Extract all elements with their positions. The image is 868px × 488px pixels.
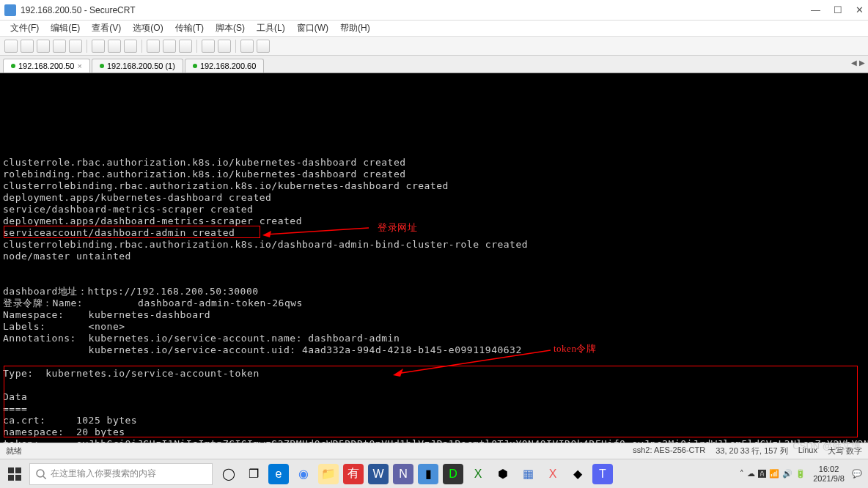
tray-volume-icon[interactable]: 🔊 bbox=[782, 469, 792, 478]
terminal-line: kubernetes.io/service-account.uid: 4aad3… bbox=[3, 344, 865, 356]
toolbar-button[interactable] bbox=[37, 40, 50, 53]
youdao-icon[interactable]: 有 bbox=[343, 464, 364, 484]
svg-rect-4 bbox=[8, 467, 14, 473]
svg-rect-5 bbox=[15, 467, 21, 473]
annotation-label: token令牌 bbox=[553, 343, 596, 355]
word-icon[interactable]: W bbox=[368, 464, 389, 484]
tab-scroll-arrows[interactable]: ◀ ▶ bbox=[851, 59, 865, 67]
toolbar-button[interactable] bbox=[4, 40, 18, 53]
toolbar-button[interactable] bbox=[92, 40, 105, 53]
menu-options[interactable]: 选项(O) bbox=[128, 21, 167, 36]
system-tray[interactable]: ˄ ☁ 🅰 📶 🔊 🔋 16:02 2021/9/8 💬 bbox=[734, 465, 868, 484]
terminal-line bbox=[3, 262, 865, 274]
minimize-button[interactable]: — bbox=[811, 4, 820, 15]
close-button[interactable]: ✕ bbox=[856, 4, 864, 15]
separator bbox=[87, 40, 87, 53]
terminal-line: rolebinding.rbac.authorization.k8s.io/ku… bbox=[3, 169, 865, 180]
xshell-icon[interactable]: X bbox=[542, 464, 563, 484]
tray-chevron-icon[interactable]: ˄ bbox=[740, 469, 744, 478]
tab-label: 192.168.200.50 bbox=[18, 62, 74, 70]
toolbar-button[interactable] bbox=[163, 40, 176, 53]
windows-taskbar: 在这里输入你要搜索的内容 ◯ ❐ e ◉ 📁 有 W N ▮ D X ⬢ ▦ X… bbox=[0, 459, 868, 488]
tray-battery-icon[interactable]: 🔋 bbox=[795, 469, 806, 478]
terminal-line: ca.crt: 1025 bytes bbox=[3, 415, 865, 426]
status-dot-icon bbox=[100, 64, 104, 68]
search-box[interactable]: 在这里输入你要搜索的内容 bbox=[29, 463, 213, 485]
svg-rect-6 bbox=[8, 475, 14, 481]
app-icon[interactable]: ◆ bbox=[567, 464, 588, 484]
toolbar-button[interactable] bbox=[124, 40, 137, 53]
dev-icon[interactable]: D bbox=[443, 464, 463, 484]
toolbar-button[interactable] bbox=[69, 40, 82, 53]
toolbar-button[interactable] bbox=[53, 40, 66, 53]
session-tab[interactable]: 192.168.200.50 (1) bbox=[92, 59, 183, 73]
tab-close-icon[interactable]: × bbox=[77, 62, 81, 70]
toolbar-button[interactable] bbox=[218, 40, 231, 53]
terminal-line: ==== bbox=[3, 403, 865, 415]
tray-clock[interactable]: 16:02 2021/9/8 bbox=[813, 465, 845, 484]
toolbar-button[interactable] bbox=[202, 40, 215, 53]
toolbar-button[interactable] bbox=[147, 40, 160, 53]
terminal-output[interactable]: 登录网址 token令牌 clusterrole.rbac.authorizat… bbox=[0, 73, 868, 469]
excel-icon[interactable]: X bbox=[468, 464, 488, 484]
session-tab[interactable]: 192.168.200.60 bbox=[185, 59, 264, 73]
separator bbox=[196, 40, 197, 53]
menu-tools[interactable]: 工具(L) bbox=[252, 21, 290, 36]
status-dot-icon bbox=[193, 64, 197, 68]
annotation-label: 登录网址 bbox=[378, 222, 417, 234]
toolbar bbox=[0, 37, 868, 56]
taskbar-apps: ◯ ❐ e ◉ 📁 有 W N ▮ D X ⬢ ▦ X ◆ T bbox=[218, 464, 734, 484]
app-icon[interactable]: ⬢ bbox=[493, 464, 513, 484]
menu-help[interactable]: 帮助(H) bbox=[336, 21, 375, 36]
edge-icon[interactable]: e bbox=[268, 464, 289, 484]
status-position: 33, 20 33 行, 157 列 bbox=[716, 446, 787, 456]
app-icon bbox=[4, 4, 16, 16]
toolbar-button[interactable] bbox=[108, 40, 121, 53]
explorer-icon[interactable]: 📁 bbox=[318, 464, 339, 484]
terminal-line: Annotations: kubernetes.io/service-accou… bbox=[3, 333, 865, 344]
terminal-line bbox=[3, 356, 865, 368]
svg-point-8 bbox=[37, 470, 44, 477]
window-title: 192.168.200.50 - SecureCRT bbox=[21, 5, 811, 15]
toolbar-button[interactable] bbox=[21, 40, 34, 53]
terminal-line: clusterrolebinding.rbac.authorization.k8… bbox=[3, 180, 865, 192]
maximize-button[interactable]: ☐ bbox=[834, 4, 842, 15]
svg-rect-7 bbox=[15, 475, 21, 481]
menu-file[interactable]: 文件(F) bbox=[6, 21, 43, 36]
toolbar-button[interactable] bbox=[179, 40, 192, 53]
terminal-line bbox=[3, 380, 865, 391]
menu-script[interactable]: 脚本(S) bbox=[211, 21, 249, 36]
session-tab[interactable]: 192.168.200.50 × bbox=[3, 59, 90, 73]
tray-icon[interactable]: ☁ bbox=[747, 469, 755, 478]
watermark: CSDN @韩文博 bbox=[792, 440, 861, 453]
svg-line-9 bbox=[43, 476, 46, 479]
vmware-icon[interactable]: ▦ bbox=[518, 464, 538, 484]
cortana-icon[interactable]: ◯ bbox=[218, 464, 239, 484]
toolbar-button[interactable] bbox=[257, 40, 270, 53]
terminal-line: dashboard地址：https://192.168.200.50:30000 bbox=[3, 286, 865, 297]
terminal-line: service/dashboard-metrics-scraper create… bbox=[3, 204, 865, 215]
tab-label: 192.168.200.60 bbox=[200, 62, 256, 70]
status-ready: 就绪 bbox=[6, 446, 633, 456]
typora-icon[interactable]: T bbox=[592, 464, 613, 484]
toolbar-button[interactable] bbox=[240, 40, 254, 53]
tray-wifi-icon[interactable]: 📶 bbox=[769, 469, 779, 478]
tray-notification-icon[interactable]: 💬 bbox=[852, 469, 862, 478]
start-button[interactable] bbox=[0, 459, 29, 489]
taskview-icon[interactable]: ❐ bbox=[243, 464, 264, 484]
chrome-icon[interactable]: ◉ bbox=[293, 464, 314, 484]
onenote-icon[interactable]: N bbox=[393, 464, 413, 484]
terminal-line: clusterrole.rbac.authorization.k8s.io/ku… bbox=[3, 157, 865, 169]
securecrt-icon[interactable]: ▮ bbox=[418, 464, 438, 484]
menu-edit[interactable]: 编辑(E) bbox=[46, 21, 84, 36]
terminal-line: Namespace: kubernetes-dashboard bbox=[3, 309, 865, 321]
terminal-line: serviceaccount/dashboard-admin created bbox=[3, 227, 865, 239]
search-placeholder: 在这里输入你要搜索的内容 bbox=[51, 467, 156, 480]
terminal-line: deployment.apps/dashboard-metrics-scrape… bbox=[3, 215, 865, 227]
menu-window[interactable]: 窗口(W) bbox=[293, 21, 333, 36]
terminal-line: node/master untainted bbox=[3, 251, 865, 262]
menu-view[interactable]: 查看(V) bbox=[87, 21, 125, 36]
tray-icon[interactable]: 🅰 bbox=[758, 470, 766, 478]
menu-bar: 文件(F) 编辑(E) 查看(V) 选项(O) 传输(T) 脚本(S) 工具(L… bbox=[0, 21, 868, 37]
menu-transfer[interactable]: 传输(T) bbox=[171, 21, 208, 36]
